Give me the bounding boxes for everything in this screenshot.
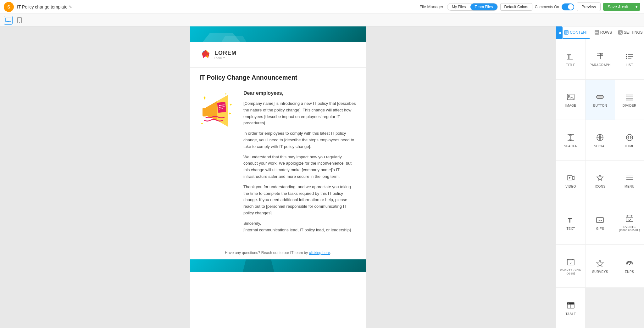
comments-toggle[interactable] xyxy=(562,3,574,10)
gifs-icon: GIF xyxy=(595,215,605,225)
tab-content[interactable]: CONTENT xyxy=(563,26,590,39)
svg-marker-60 xyxy=(569,177,571,179)
mobile-view-button[interactable] xyxy=(15,16,24,25)
file-toggle: My Files Team Files xyxy=(447,3,498,11)
content-item-list[interactable]: LIST xyxy=(615,39,644,79)
table-item-label: TABLE xyxy=(565,312,576,316)
email-announcement-title: IT Policy Change Announcement xyxy=(199,74,357,85)
menu-icon xyxy=(625,173,635,183)
icons-item-label: ICONS xyxy=(595,185,605,188)
tab-rows[interactable]: ROWS xyxy=(590,26,617,39)
content-item-text[interactable]: T TEXT xyxy=(556,201,585,244)
tab-settings[interactable]: SETTINGS xyxy=(617,26,644,39)
save-exit-button[interactable]: Save & exit xyxy=(603,3,633,11)
email-logo: LOREM ipsum xyxy=(199,48,236,61)
content-tab-icon xyxy=(564,30,569,35)
illustration-svg: ✦ ✦ ✦ xyxy=(199,90,237,134)
icons-icon xyxy=(595,173,605,183)
svg-rect-27 xyxy=(595,32,599,33)
content-item-paragraph[interactable]: PARAGRAPH xyxy=(586,39,614,79)
tab-rows-label: ROWS xyxy=(600,30,612,35)
footer-accent xyxy=(243,259,274,272)
panel-collapse-button[interactable]: ◀ xyxy=(556,26,563,39)
tab-content-label: CONTENT xyxy=(570,30,588,35)
svg-text:GIF: GIF xyxy=(598,219,602,222)
content-item-image[interactable]: IMAGE xyxy=(556,80,585,120)
rows-tab-icon xyxy=(595,30,599,35)
email-content-row: ✦ ✦ ✦ xyxy=(199,90,357,233)
svg-point-6 xyxy=(19,22,20,23)
events-non-icon: ✓ xyxy=(566,257,576,267)
spacer-icon xyxy=(566,133,576,143)
content-item-video[interactable]: VIDEO xyxy=(556,161,585,201)
settings-tab-icon xyxy=(618,30,623,35)
preview-button[interactable]: Preview xyxy=(577,3,601,11)
svg-text:✓: ✓ xyxy=(570,262,572,265)
content-item-icons[interactable]: ICONS xyxy=(586,161,614,201)
footer-text: Have any questions? Reach out to our IT … xyxy=(225,251,308,255)
content-item-spacer[interactable]: SPACER xyxy=(556,120,585,160)
svg-rect-15 xyxy=(203,108,206,116)
paragraph-icon xyxy=(595,51,605,61)
content-item-gifs[interactable]: GIF GIFS xyxy=(586,201,614,244)
panel-tabs-row: ◀ CONTENT ROWS SETTINGS xyxy=(556,26,644,39)
content-item-title[interactable]: T TITLE xyxy=(556,39,585,79)
email-footer-banner xyxy=(190,259,366,272)
content-item-social[interactable]: SOCIAL xyxy=(586,120,614,160)
gifs-item-label: GIFS xyxy=(596,227,604,230)
logo-text: LOREM ipsum xyxy=(214,50,236,60)
topbar-right: File Manager My Files Team Files Default… xyxy=(419,3,640,11)
main-layout: LOREM ipsum IT Policy Change Announcemen… xyxy=(0,26,644,328)
svg-rect-28 xyxy=(595,34,599,34)
button-icon xyxy=(595,92,605,102)
image-icon xyxy=(566,92,576,102)
default-colors-button[interactable]: Default Colors xyxy=(500,3,532,11)
html-icon xyxy=(625,133,635,143)
svg-point-42 xyxy=(626,56,627,57)
surveys-item-label: SURVEYS xyxy=(592,270,608,274)
edit-title-icon[interactable]: ✎ xyxy=(69,5,72,9)
svg-marker-7 xyxy=(202,50,209,58)
divider-item-label: DIVIDER xyxy=(623,104,636,107)
surveys-icon xyxy=(595,258,605,268)
team-files-button[interactable]: Team Files xyxy=(470,3,497,10)
email-paragraph-4: Thank you for understanding, and we appr… xyxy=(243,184,357,217)
image-item-label: IMAGE xyxy=(565,104,576,107)
device-icons xyxy=(4,16,640,25)
content-item-button[interactable]: BUTTON xyxy=(586,80,614,120)
title-icon: T xyxy=(566,51,576,61)
content-item-html[interactable]: HTML xyxy=(615,120,644,160)
save-exit-dropdown-button[interactable]: ▾ xyxy=(633,3,640,11)
enps-icon xyxy=(625,258,635,268)
events-non-item-label: EVENTS (NON O365) xyxy=(559,269,583,275)
email-text-column: Dear employees, [Company name] is introd… xyxy=(243,90,357,233)
email-body: IT Policy Change Announcement ✦ ✦ ✦ xyxy=(190,68,366,246)
events-365-icon xyxy=(625,213,635,223)
topbar: S IT Policy change template ✎ File Manag… xyxy=(0,0,644,14)
svg-text:✦: ✦ xyxy=(229,103,232,107)
canvas-area: LOREM ipsum IT Policy Change Announcemen… xyxy=(0,26,556,328)
content-item-surveys[interactable]: SURVEYS xyxy=(586,245,614,288)
divider-icon xyxy=(625,92,635,102)
comments-on-label: Comments On xyxy=(535,5,559,9)
paragraph-item-label: PARAGRAPH xyxy=(590,63,611,67)
svg-rect-26 xyxy=(595,31,599,31)
content-item-events-365[interactable]: EVENTS (O365+GMAIL) xyxy=(615,201,644,244)
my-files-button[interactable]: My Files xyxy=(447,3,470,10)
page-title-area: IT Policy change template ✎ xyxy=(17,4,419,9)
content-item-enps[interactable]: ENPS xyxy=(615,245,644,288)
content-item-table[interactable]: X TABLE xyxy=(556,288,585,328)
desktop-view-button[interactable] xyxy=(4,16,13,25)
content-item-divider[interactable]: DIVIDER xyxy=(615,80,644,120)
svg-rect-52 xyxy=(626,99,633,101)
email-paragraph-2: In order for employees to comply with th… xyxy=(243,130,357,150)
footer-link[interactable]: clicking here xyxy=(309,251,330,255)
events-365-item-label: EVENTS (O365+GMAIL) xyxy=(618,225,641,232)
logo-icon xyxy=(199,48,212,61)
page-title: IT Policy change template xyxy=(17,4,68,9)
video-icon xyxy=(566,173,576,183)
content-item-menu[interactable]: MENU xyxy=(615,161,644,201)
spacer-item-label: SPACER xyxy=(564,144,577,148)
logo-sub-text: ipsum xyxy=(214,56,236,60)
content-item-events-non[interactable]: ✓ EVENTS (NON O365) xyxy=(556,245,585,288)
